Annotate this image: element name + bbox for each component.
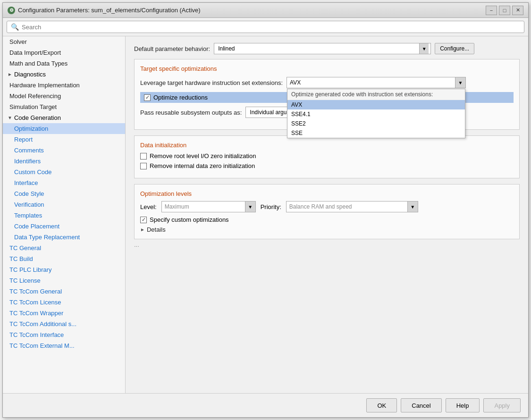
sidebar-item-code-style[interactable]: Code Style (3, 188, 125, 199)
sidebar-item-code-generation-label: Code Generation (14, 114, 61, 121)
optimize-reductions-checkbox[interactable] (144, 94, 151, 101)
sidebar-item-tc-plc-library[interactable]: TC PLC Library (3, 264, 125, 275)
sidebar-item-tc-tccom-interface[interactable]: TC TcCom Interface (3, 329, 125, 340)
priority-label: Priority: (261, 203, 281, 210)
ellipsis-text: ... (134, 239, 520, 250)
sidebar-item-code-placement[interactable]: Code Placement (3, 221, 125, 232)
remove-root-io-checkbox[interactable] (140, 153, 147, 160)
search-icon: 🔍 (11, 23, 19, 31)
main-window: ⚙ Configuration Parameters: sum_of_eleme… (2, 2, 529, 418)
help-button[interactable]: Help (446, 398, 480, 412)
default-param-value: Inlined (216, 45, 419, 52)
avx-dropdown-menu: Optimize generated code with instruction… (287, 89, 465, 138)
sidebar-item-tc-build[interactable]: TC Build (3, 253, 125, 264)
search-input[interactable] (22, 24, 520, 31)
window-title: Configuration Parameters: sum_of_element… (18, 7, 201, 14)
priority-select-value: Balance RAM and speed (287, 203, 407, 210)
target-optimizations-title: Target specific optimizations (140, 65, 514, 72)
title-controls: − □ ✕ (486, 6, 523, 15)
sidebar-item-tc-tccom-license[interactable]: TC TcCom License (3, 297, 125, 308)
sidebar-item-verification[interactable]: Verification (3, 199, 125, 210)
apply-button[interactable]: Apply (483, 398, 521, 412)
data-init-title: Data initialization (140, 142, 514, 149)
sidebar-item-hardware-impl[interactable]: Hardware Implementation (3, 80, 125, 91)
sidebar-item-templates[interactable]: Templates (3, 210, 125, 221)
diagnostics-arrow: ► (8, 72, 12, 77)
specify-custom-row: Specify custom optimizations (140, 216, 514, 223)
remove-internal-checkbox[interactable] (140, 163, 147, 169)
target-optimizations-section: Target specific optimizations Leverage t… (134, 59, 520, 130)
minimize-button[interactable]: − (486, 6, 497, 15)
right-panel: Default parameter behavior: Inlined ▼ Co… (126, 36, 528, 393)
opt-levels-title: Optimization levels (140, 190, 514, 197)
priority-select-arrow: ▼ (407, 202, 418, 212)
avx-select[interactable]: AVX ▼ Optimize generated code with instr… (287, 77, 466, 88)
sidebar-item-comments[interactable]: Comments (3, 145, 125, 156)
sidebar-item-tc-license[interactable]: TC License (3, 275, 125, 286)
sidebar-item-diagnostics-label: Diagnostics (14, 71, 46, 78)
leverage-row: Leverage target hardware instruction set… (140, 77, 514, 88)
remove-root-io-label: Remove root level I/O zero initializatio… (150, 152, 256, 160)
level-select[interactable]: Maximum ▼ (161, 201, 256, 212)
remove-internal-row: Remove internal data zero initialization (140, 162, 514, 169)
remove-internal-label: Remove internal data zero initialization (150, 162, 255, 169)
dropdown-item-sse2[interactable]: SSE2 (287, 119, 465, 128)
sidebar-item-tc-tccom-wrapper[interactable]: TC TcCom Wrapper (3, 308, 125, 319)
cancel-button[interactable]: Cancel (401, 398, 441, 412)
sidebar-item-tc-tccom-additional[interactable]: TC TcCom Additional s... (3, 319, 125, 329)
sidebar-item-identifiers[interactable]: Identifiers (3, 156, 125, 167)
sidebar-item-data-type-replacement[interactable]: Data Type Replacement (3, 232, 125, 243)
level-select-value: Maximum (162, 203, 245, 210)
sidebar-item-math-data-types[interactable]: Math and Data Types (3, 58, 125, 69)
sidebar-item-interface[interactable]: Interface (3, 177, 125, 188)
main-content: Solver Data Import/Export Math and Data … (3, 36, 528, 393)
sidebar-item-optimization[interactable]: Optimization (3, 123, 125, 134)
optimize-reductions-label: Optimize reductions (153, 94, 208, 101)
leverage-label: Leverage target hardware instruction set… (140, 79, 283, 86)
level-priority-row: Level: Maximum ▼ Priority: Balance RAM a… (140, 201, 514, 212)
dropdown-hint: Optimize generated code with instruction… (287, 89, 465, 100)
priority-select[interactable]: Balance RAM and speed ▼ (286, 201, 418, 212)
sidebar-item-data-import-export[interactable]: Data Import/Export (3, 47, 125, 58)
remove-root-io-row: Remove root level I/O zero initializatio… (140, 152, 514, 160)
dropdown-item-sse41[interactable]: SSE4.1 (287, 109, 465, 119)
sidebar-item-code-generation[interactable]: ▼ Code Generation (3, 112, 125, 123)
sidebar-item-tc-tccom-general[interactable]: TC TcCom General (3, 286, 125, 297)
app-icon: ⚙ (8, 7, 15, 14)
maximize-button[interactable]: □ (499, 6, 510, 15)
avx-select-value: AVX (287, 79, 455, 86)
specify-custom-label: Specify custom optimizations (150, 216, 229, 223)
details-label: Details (147, 226, 166, 233)
search-input-wrap: 🔍 (7, 21, 524, 33)
sidebar-item-tc-general[interactable]: TC General (3, 243, 125, 253)
sidebar-item-solver[interactable]: Solver (3, 36, 125, 47)
details-row[interactable]: ► Details (140, 226, 514, 233)
sidebar-item-simulation-target[interactable]: Simulation Target (3, 101, 125, 112)
details-arrow: ► (140, 227, 145, 232)
ok-button[interactable]: OK (366, 398, 397, 412)
sidebar-item-tc-tccom-external[interactable]: TC TcCom External M... (3, 340, 125, 351)
default-param-select[interactable]: Inlined ▼ (214, 43, 431, 54)
sidebar-item-custom-code[interactable]: Custom Code (3, 167, 125, 177)
dropdown-item-sse[interactable]: SSE (287, 128, 465, 138)
specify-custom-checkbox[interactable] (140, 217, 147, 223)
search-bar: 🔍 (3, 18, 528, 36)
level-label: Level: (140, 203, 157, 210)
sidebar-item-report[interactable]: Report (3, 134, 125, 145)
default-param-label: Default parameter behavior: (134, 45, 210, 52)
title-bar-left: ⚙ Configuration Parameters: sum_of_eleme… (8, 7, 201, 14)
sidebar-item-diagnostics[interactable]: ► Diagnostics (3, 69, 125, 80)
default-param-arrow: ▼ (419, 43, 429, 54)
footer: OK Cancel Help Apply (3, 393, 528, 417)
code-generation-arrow: ▼ (8, 115, 12, 120)
dropdown-item-avx[interactable]: AVX (287, 100, 465, 109)
close-button[interactable]: ✕ (512, 6, 523, 15)
configure-button[interactable]: Configure... (435, 43, 474, 54)
default-param-row: Default parameter behavior: Inlined ▼ Co… (134, 43, 520, 54)
optimization-levels-section: Optimization levels Level: Maximum ▼ Pri… (134, 184, 520, 239)
pass-reusable-label: Pass reusable subsystem outputs as: (140, 109, 242, 116)
avx-select-arrow: ▼ (455, 77, 465, 88)
sidebar: Solver Data Import/Export Math and Data … (3, 36, 126, 393)
sidebar-item-model-referencing[interactable]: Model Referencing (3, 91, 125, 101)
title-bar: ⚙ Configuration Parameters: sum_of_eleme… (3, 3, 528, 18)
